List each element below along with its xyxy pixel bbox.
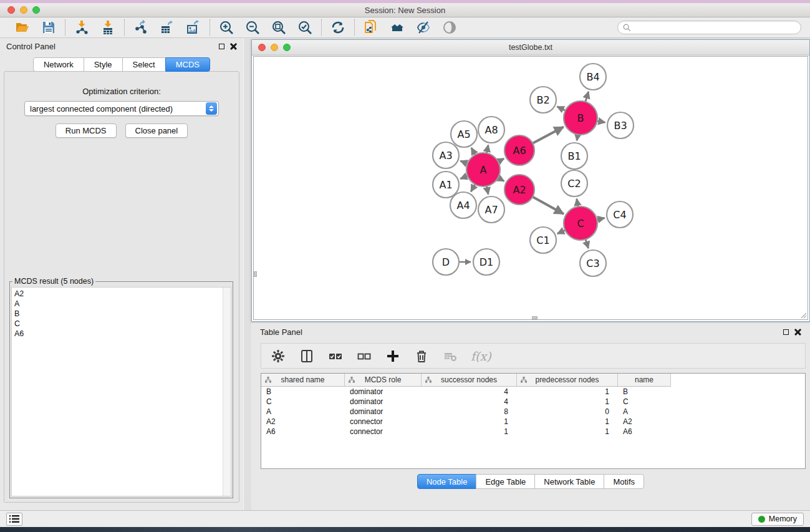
refresh-layout-icon[interactable] [329,19,347,36]
table-row[interactable]: Adominator80A [261,407,805,417]
search-box[interactable] [617,21,801,34]
column-header-shared-name[interactable]: shared name [261,374,345,387]
column-header-predecessor-nodes[interactable]: predecessor nodes [517,374,618,387]
table-cell[interactable]: 1 [422,427,517,436]
export-image-icon[interactable] [185,19,202,36]
table-cell[interactable]: 1 [517,397,618,406]
network-document-icon[interactable] [362,19,380,36]
mcds-result-item[interactable]: C [14,319,223,329]
table-cell[interactable]: dominator [345,407,422,416]
table-row[interactable]: A6connector11A6 [261,427,805,437]
column-header-MCDS-role[interactable]: MCDS role [345,374,422,387]
graph-edge-A-A8[interactable] [486,145,488,153]
tab-mcds[interactable]: MCDS [165,57,210,72]
graph-edge-A-A1[interactable] [460,176,468,179]
table-cell[interactable]: 4 [422,387,517,396]
tab-node-table[interactable]: Node Table [417,474,477,489]
graph-edge-B-B3[interactable] [597,121,605,122]
zoom-in-icon[interactable] [218,19,235,36]
graph-edge-A-A7[interactable] [486,186,488,194]
mcds-result-item[interactable]: A2 [14,289,223,299]
tab-network-table[interactable]: Network Table [534,474,604,489]
table-cell[interactable]: 1 [517,417,618,426]
export-network-icon[interactable] [132,19,150,36]
graph-edge-A-A3[interactable] [460,161,467,163]
graph-edge-A6-B[interactable] [533,127,563,143]
add-row-icon[interactable] [385,348,401,364]
vertical-scroll-handle[interactable] [254,271,257,277]
close-panel-button[interactable]: Close panel [125,123,188,138]
table-cell[interactable]: C [618,397,671,406]
import-network-icon[interactable] [73,19,90,36]
open-session-icon[interactable] [14,19,31,36]
graph-edge-C-C4[interactable] [597,218,604,220]
table-cell[interactable]: 1 [517,387,618,396]
table-cell[interactable]: 1 [517,427,618,436]
table-cell[interactable]: A6 [618,427,671,436]
table-cell[interactable]: C [261,397,345,406]
memory-button[interactable]: Memory [751,513,804,526]
zoom-out-icon[interactable] [244,19,261,36]
result-scrollbar[interactable] [223,288,231,496]
close-table-panel-icon[interactable] [794,329,801,336]
function-builder-icon[interactable]: f(x) [471,349,491,363]
show-columns-icon[interactable] [299,348,315,364]
table-cell[interactable]: 8 [422,407,517,416]
panel-divider[interactable] [243,38,251,510]
close-panel-icon[interactable] [230,43,237,50]
table-cell[interactable]: 0 [517,407,618,416]
column-header-successor-nodes[interactable]: successor nodes [422,374,517,387]
mcds-result-item[interactable]: B [14,309,223,319]
table-cell[interactable]: B [261,387,345,396]
column-header-name[interactable]: name [618,374,671,387]
network-canvas[interactable]: B4B2BB3A5A8A6A3AB1A1C2A4A7A2CC4C1C3DD1 [253,56,808,320]
run-mcds-button[interactable]: Run MCDS [55,123,117,138]
table-row[interactable]: Bdominator41B [261,387,805,397]
node-table[interactable]: shared nameMCDS rolesuccessor nodesprede… [261,373,806,469]
table-cell[interactable]: connector [345,427,422,436]
home-icon[interactable] [388,19,406,36]
graph-edge-A-A2[interactable] [498,178,504,181]
tab-style[interactable]: Style [84,57,123,72]
table-row[interactable]: A2connector11A2 [261,417,805,427]
tab-motifs[interactable]: Motifs [604,474,644,489]
table-cell[interactable]: dominator [345,397,422,406]
table-cell[interactable]: A6 [261,427,345,436]
delete-row-icon[interactable] [413,348,430,364]
tab-edge-table[interactable]: Edge Table [476,474,535,489]
table-cell[interactable]: 4 [422,397,517,406]
hide-graphics-details-icon[interactable] [415,19,432,36]
search-input[interactable] [634,22,796,33]
graph-edge-B-B4[interactable] [586,92,589,102]
zoom-selected-icon[interactable] [296,19,314,36]
graph-edge-C-C2[interactable] [577,199,578,207]
table-cell[interactable]: B [618,387,671,396]
table-cell[interactable]: A2 [261,417,345,426]
table-cell[interactable]: 1 [422,417,517,426]
graph-edge-B-B1[interactable] [577,135,578,141]
graph-edge-B-B2[interactable] [557,107,566,110]
graph-edge-C-C3[interactable] [586,239,588,248]
mcds-result-item[interactable]: A [14,299,223,309]
settings-gear-icon[interactable] [270,348,286,364]
float-panel-icon[interactable] [219,44,224,49]
graph-edge-C-C1[interactable] [557,230,566,234]
graph-edge-A-A4[interactable] [471,185,475,192]
table-row[interactable]: Cdominator41C [261,397,805,407]
show-graphics-details-icon[interactable] [441,19,458,36]
criterion-dropdown[interactable]: largest connected component (directed) [24,101,219,116]
float-table-panel-icon[interactable] [783,329,789,335]
zoom-fit-icon[interactable] [270,19,287,36]
graph-edge-A-A6[interactable] [498,158,504,162]
export-table-icon[interactable] [158,19,176,36]
mcds-result-item[interactable]: A6 [14,329,223,339]
import-table-icon[interactable] [99,19,117,36]
table-cell[interactable]: connector [345,417,422,426]
table-cell[interactable]: A2 [618,417,671,426]
task-history-button[interactable] [6,513,22,526]
tab-network[interactable]: Network [33,57,84,72]
resize-grip-icon[interactable] [799,311,807,319]
delete-table-icon[interactable] [442,348,458,364]
select-all-icon[interactable] [327,348,344,364]
horizontal-scroll-handle[interactable] [532,316,538,319]
